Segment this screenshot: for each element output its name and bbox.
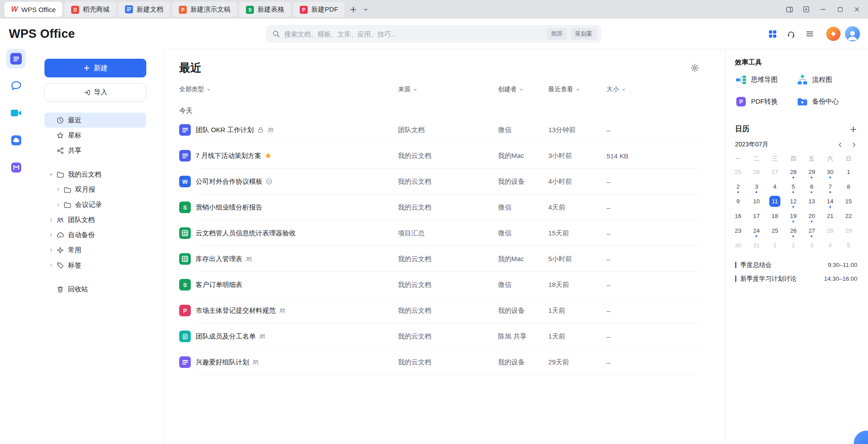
calendar-day[interactable]: 24 bbox=[747, 223, 765, 238]
chevron-down-icon[interactable] bbox=[48, 171, 54, 178]
calendar-day[interactable]: 1 bbox=[766, 238, 784, 253]
sidebar-item-shared[interactable]: 共享 bbox=[44, 143, 146, 158]
calendar-day[interactable]: 10 bbox=[747, 194, 765, 209]
sidebar-item-frequent[interactable]: 常用 bbox=[44, 242, 146, 258]
calendar-day[interactable]: 11 bbox=[766, 194, 784, 209]
calendar-day[interactable]: 12 bbox=[784, 194, 802, 209]
calendar-day[interactable]: 2 bbox=[729, 179, 747, 194]
dock-sidebar-icon[interactable] bbox=[783, 3, 796, 16]
sidebar-item-meeting-notes[interactable]: 会议记录 bbox=[52, 197, 146, 212]
calendar-day[interactable]: 27 bbox=[803, 223, 821, 238]
support-headset-icon[interactable] bbox=[784, 26, 799, 41]
calendar-event[interactable]: 季度总结会9:30–11:00 bbox=[735, 258, 857, 272]
calendar-day[interactable]: 8 bbox=[840, 179, 858, 194]
minimize-icon[interactable] bbox=[816, 3, 830, 16]
calendar-day[interactable]: 30 bbox=[729, 238, 747, 253]
calendar-day[interactable]: 7 bbox=[821, 179, 839, 194]
calendar-day[interactable]: 14 bbox=[821, 194, 839, 209]
chevron-right-icon[interactable] bbox=[48, 247, 54, 253]
file-row[interactable]: 云文档管人员信息统计表理器验收项目汇总微信15天前– bbox=[179, 220, 699, 246]
sidebar-item-auto-backup[interactable]: 自动备份 bbox=[44, 227, 146, 242]
tab-docer[interactable]: D稻壳商城 bbox=[64, 2, 116, 17]
rail-item-docs[interactable] bbox=[6, 49, 26, 69]
sidebar-item-tags[interactable]: 标签 bbox=[44, 258, 146, 273]
member-vip-icon[interactable] bbox=[826, 27, 840, 41]
tab-sheet[interactable]: S新建表格 bbox=[239, 2, 291, 17]
sidebar-item-my-cloud-docs[interactable]: 我的云文档 bbox=[44, 167, 146, 182]
search-input[interactable] bbox=[284, 30, 543, 38]
sidebar-item-team-docs[interactable]: 团队文档 bbox=[44, 212, 146, 227]
menu-icon[interactable] bbox=[802, 26, 817, 41]
tool-backupcenter[interactable]: 备份中心 bbox=[796, 95, 858, 108]
calendar-day[interactable]: 30 bbox=[821, 165, 839, 179]
file-row[interactable]: 团队成员及分工名单我的云文档陈旭 共享1天前– bbox=[179, 323, 699, 349]
calendar-day[interactable]: 3 bbox=[803, 238, 821, 253]
file-row[interactable]: P市场主体登记提交材料规范我的云文档我的设备1天前– bbox=[179, 298, 699, 323]
filter-type[interactable]: 全部类型 bbox=[179, 85, 211, 93]
calendar-day[interactable]: 19 bbox=[784, 209, 802, 223]
next-month-icon[interactable] bbox=[851, 141, 857, 148]
calendar-day[interactable]: 26 bbox=[747, 165, 765, 179]
maximize-icon[interactable] bbox=[833, 3, 847, 16]
filter-creator[interactable]: 创建者 bbox=[498, 85, 524, 93]
calendar-day[interactable]: 5 bbox=[784, 179, 802, 194]
calendar-day[interactable]: 23 bbox=[729, 223, 747, 238]
file-row[interactable]: 库存出入管理表我的云文档我的Mac5小时前– bbox=[179, 246, 699, 272]
calendar-day[interactable]: 22 bbox=[840, 209, 858, 223]
settings-gear-icon[interactable] bbox=[690, 63, 699, 73]
rail-item-apps[interactable] bbox=[6, 157, 26, 177]
chevron-right-icon[interactable] bbox=[48, 232, 54, 238]
calendar-day[interactable]: 28 bbox=[784, 165, 802, 179]
calendar-day[interactable]: 3 bbox=[747, 179, 765, 194]
user-avatar[interactable] bbox=[845, 26, 860, 41]
file-row[interactable]: 7 月线下活动策划方案我的云文档我的Mac3小时前514 KB bbox=[179, 143, 699, 169]
sidebar-item-recycle-bin[interactable]: 回收站 bbox=[44, 282, 146, 297]
tool-pdfconvert[interactable]: PPDF转换 bbox=[735, 95, 796, 108]
calendar-day[interactable]: 9 bbox=[729, 194, 747, 209]
tab-doc[interactable]: 新建文档 bbox=[118, 2, 170, 17]
search-bar[interactable]: 简历 策划案 bbox=[266, 25, 601, 43]
calendar-day[interactable]: 2 bbox=[784, 238, 802, 253]
calendar-day[interactable]: 29 bbox=[840, 223, 858, 238]
calendar-day[interactable]: 27 bbox=[766, 165, 784, 179]
calendar-day[interactable]: 21 bbox=[821, 209, 839, 223]
calendar-day[interactable]: 15 bbox=[840, 194, 858, 209]
sidebar-item-bimonthly-report[interactable]: 双月报 bbox=[52, 182, 146, 197]
calendar-day[interactable]: 25 bbox=[766, 223, 784, 238]
close-icon[interactable] bbox=[850, 3, 864, 16]
add-tab-button[interactable] bbox=[347, 3, 359, 16]
new-document-button[interactable]: 新建 bbox=[44, 59, 146, 77]
calendar-day[interactable]: 26 bbox=[784, 223, 802, 238]
rail-item-meeting[interactable] bbox=[6, 103, 26, 123]
calendar-day[interactable]: 4 bbox=[821, 238, 839, 253]
tab-pdf[interactable]: P新建PDF bbox=[293, 2, 345, 17]
search-tag-plan[interactable]: 策划案 bbox=[571, 28, 597, 40]
calendar-day[interactable]: 31 bbox=[747, 238, 765, 253]
chevron-right-icon[interactable] bbox=[48, 217, 54, 223]
search-tag-resume[interactable]: 简历 bbox=[547, 28, 567, 40]
calendar-event[interactable]: 新季度学习计划讨论14:30–16:00 bbox=[735, 272, 857, 286]
calendar-day[interactable]: 18 bbox=[766, 209, 784, 223]
apps-grid-icon[interactable] bbox=[765, 26, 780, 41]
filter-size[interactable]: 大小 bbox=[607, 85, 626, 93]
calendar-day[interactable]: 4 bbox=[766, 179, 784, 194]
calendar-day[interactable]: 16 bbox=[729, 209, 747, 223]
file-row[interactable]: 兴趣爱好组队计划我的云文档我的设备29天前– bbox=[179, 349, 699, 375]
file-row[interactable]: W公司对外合作协议模板我的云文档我的设备4小时前– bbox=[179, 169, 699, 194]
file-row[interactable]: S营销小组业绩分析报告我的云文档微信4天前– bbox=[179, 194, 699, 220]
import-button[interactable]: 导入 bbox=[44, 83, 146, 101]
chevron-right-icon[interactable] bbox=[55, 202, 61, 208]
filter-viewed[interactable]: 最近查看 bbox=[548, 85, 580, 93]
calendar-day[interactable]: 17 bbox=[747, 209, 765, 223]
calendar-day[interactable]: 28 bbox=[821, 223, 839, 238]
chevron-right-icon[interactable] bbox=[48, 262, 54, 268]
rail-item-chat[interactable] bbox=[6, 76, 26, 96]
tool-flowchart[interactable]: 流程图 bbox=[796, 73, 858, 86]
sidebar-item-starred[interactable]: 星标 bbox=[44, 128, 146, 143]
calendar-day[interactable]: 20 bbox=[803, 209, 821, 223]
filter-source[interactable]: 来源 bbox=[398, 85, 418, 93]
file-row[interactable]: S客户订单明细表我的云文档微信18天前– bbox=[179, 272, 699, 298]
chevron-right-icon[interactable] bbox=[55, 186, 61, 193]
calendar-day[interactable]: 6 bbox=[803, 179, 821, 194]
rail-item-cloud[interactable] bbox=[6, 130, 26, 150]
